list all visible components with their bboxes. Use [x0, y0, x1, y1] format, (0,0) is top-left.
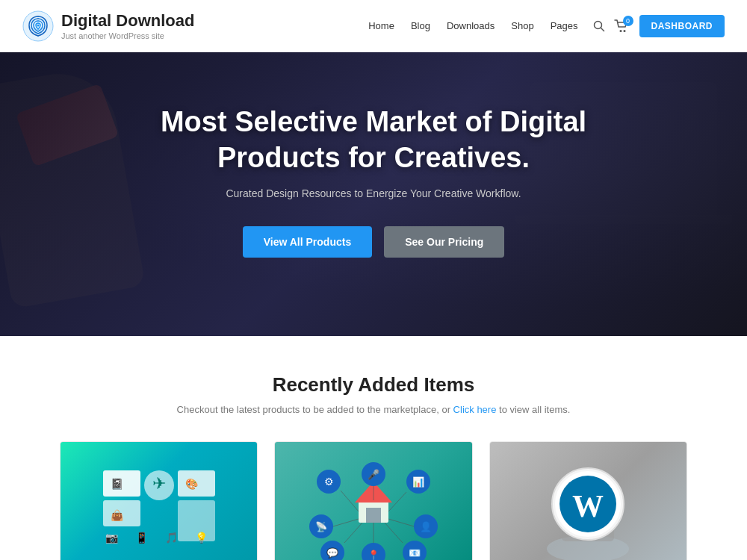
hero-section: Most Selective Market of Digital Product… [0, 52, 747, 336]
product-card[interactable]: ✈ 📓 👜 🎨 📷 📱 🎵 💡 100 Flat Icons $1.00 – $… [60, 441, 258, 560]
nav-pages[interactable]: Pages [551, 20, 578, 31]
svg-point-1 [37, 24, 40, 26]
hero-buttons: View All Products See Our Pricing [0, 226, 747, 258]
svg-point-4 [619, 30, 622, 32]
cart-count: 0 [623, 16, 633, 26]
hero-title: Most Selective Market of Digital Product… [120, 105, 627, 175]
hero-subtitle: Curated Design Resources to Energize You… [0, 187, 747, 199]
svg-text:W: W [572, 489, 604, 523]
search-button[interactable] [593, 20, 605, 32]
svg-line-3 [601, 28, 604, 31]
svg-text:⚙: ⚙ [323, 476, 333, 488]
svg-line-45 [385, 523, 403, 543]
recently-added-section: Recently Added Items Checkout the latest… [0, 336, 747, 560]
logo-icon [22, 10, 54, 42]
svg-text:📷: 📷 [105, 532, 119, 544]
click-here-link[interactable]: Click here [453, 404, 497, 415]
svg-rect-21 [366, 508, 381, 523]
svg-text:💡: 💡 [195, 532, 208, 544]
nav-home[interactable]: Home [368, 20, 394, 31]
svg-text:👜: 👜 [111, 509, 124, 522]
nav-shop[interactable]: Shop [511, 20, 533, 31]
products-grid: ✈ 📓 👜 🎨 📷 📱 🎵 💡 100 Flat Icons $1.00 – $… [60, 441, 687, 560]
site-tagline: Just another WordPress site [61, 31, 194, 40]
search-icon [593, 20, 605, 32]
product-image: W [490, 442, 686, 560]
header-actions: 0 [593, 19, 629, 33]
product-card[interactable]: ⚙ 🎤 📊 📡 👤 💬 📍 📧 [274, 441, 472, 560]
dashboard-button[interactable]: DASHBOARD [639, 15, 725, 37]
svg-text:📱: 📱 [135, 532, 149, 544]
site-header: Digital Download Just another WordPress … [0, 0, 747, 52]
svg-text:📡: 📡 [315, 520, 328, 533]
nav-downloads[interactable]: Downloads [447, 20, 495, 31]
svg-text:🎨: 🎨 [185, 478, 199, 491]
section-title: Recently Added Items [60, 373, 687, 396]
svg-text:👤: 👤 [420, 520, 433, 533]
svg-text:📧: 📧 [409, 547, 421, 559]
cart-button[interactable]: 0 [614, 19, 629, 33]
product-image: ⚙ 🎤 📊 📡 👤 💬 📍 📧 [275, 442, 471, 560]
svg-line-43 [344, 523, 362, 543]
site-title: Digital Download [61, 11, 194, 31]
logo-text: Digital Download Just another WordPress … [61, 11, 194, 40]
product-card[interactable]: W Free WordPress Plugins $30.00 [489, 441, 687, 560]
view-all-products-button[interactable]: View All Products [243, 226, 372, 258]
see-pricing-button[interactable]: See Our Pricing [384, 226, 504, 258]
section-description: Checkout the latest products to be added… [60, 404, 687, 415]
nav-blog[interactable]: Blog [411, 20, 430, 31]
svg-text:📊: 📊 [412, 476, 425, 488]
main-nav: Home Blog Downloads Shop Pages [368, 20, 577, 31]
svg-text:📓: 📓 [111, 478, 124, 491]
product-image: ✈ 📓 👜 🎨 📷 📱 🎵 💡 [61, 442, 257, 560]
svg-text:✈: ✈ [152, 474, 166, 493]
svg-line-38 [341, 491, 359, 511]
svg-point-5 [623, 30, 625, 32]
svg-text:🎵: 🎵 [165, 532, 179, 544]
svg-text:📍: 📍 [368, 549, 380, 561]
svg-line-41 [333, 519, 359, 526]
svg-text:💬: 💬 [326, 547, 339, 559]
hero-content: Most Selective Market of Digital Product… [0, 52, 747, 258]
logo-area[interactable]: Digital Download Just another WordPress … [22, 10, 194, 42]
svg-text:🎤: 🎤 [368, 468, 380, 481]
svg-line-42 [388, 519, 414, 526]
